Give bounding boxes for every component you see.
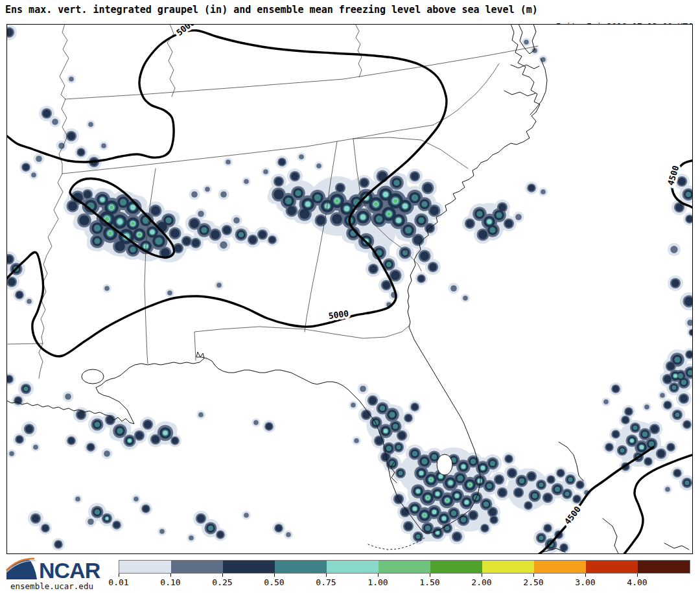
colorbar-segment-0.75: [327, 561, 379, 573]
ncar-logo-icon: [5, 555, 38, 581]
colorbar-segment-0.01: [119, 561, 171, 573]
colorbar-label: 1.50: [409, 577, 450, 587]
colorbar-label: 4.00: [616, 577, 658, 587]
colorbar-segment-0.50: [275, 561, 327, 573]
colorbar-segment-0.25: [223, 561, 275, 573]
colorbar-segment-2.00: [482, 561, 534, 573]
colorbar-tick: [430, 574, 430, 577]
colorbar-segment-2.50: [534, 561, 586, 573]
colorbar-segment-4.00: [638, 561, 690, 573]
colorbar-tick: [222, 574, 223, 577]
colorbar-label: 2.00: [461, 577, 502, 587]
colorbar-segment-3.00: [586, 561, 638, 573]
colorbar-tick: [119, 574, 119, 577]
colorbar-tick: [274, 574, 275, 577]
forecast-map: 5000500045004500: [6, 24, 693, 554]
colorbar-label: 0.50: [253, 577, 295, 587]
colorbar-tick: [482, 574, 482, 577]
colorbar-tick: [637, 574, 638, 577]
colorbar-tick: [533, 574, 534, 577]
colorbar: [119, 560, 690, 574]
ncar-wordmark: NCAR: [39, 558, 100, 583]
colorbar-segment-0.10: [171, 561, 223, 573]
colorbar-label: 0.25: [202, 577, 243, 587]
colorbar-tick: [585, 574, 586, 577]
footer: NCAR ensemble.ucar.edu 0.010.100.250.500…: [0, 554, 700, 593]
colorbar-label: 0.01: [98, 577, 139, 587]
colorbar-tick: [326, 574, 327, 577]
colorbar-label: 0.75: [305, 577, 347, 587]
colorbar-label: 1.00: [357, 577, 399, 587]
lake-okeechobee: [437, 454, 452, 475]
site-url: ensemble.ucar.edu: [10, 581, 93, 591]
colorbar-tick: [378, 574, 379, 577]
colorbar-segment-1.00: [379, 561, 430, 573]
page-title: Ens max. vert. integrated graupel (in) a…: [5, 4, 538, 16]
colorbar-label: 0.10: [150, 577, 191, 587]
colorbar-label: 3.00: [565, 577, 606, 587]
colorbar-label: 2.50: [513, 577, 554, 587]
colorbar-segment-1.50: [430, 561, 482, 573]
colorbar-tick: [170, 574, 171, 577]
